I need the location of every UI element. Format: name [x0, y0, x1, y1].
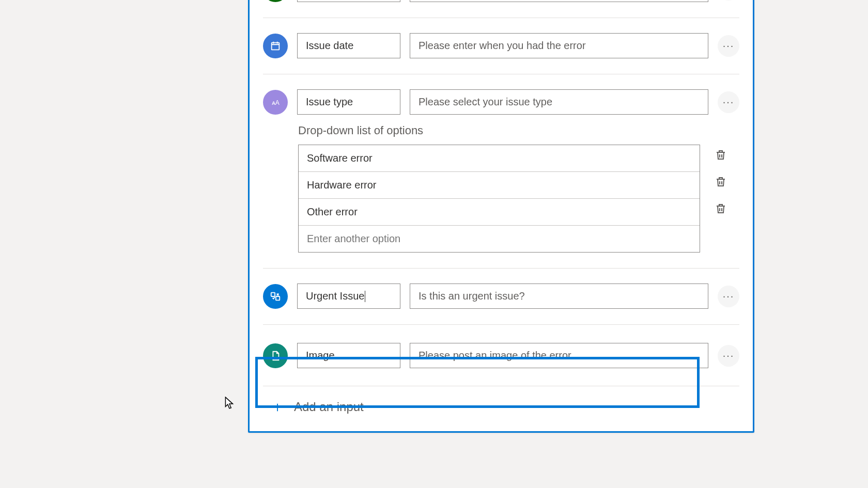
cursor-icon [225, 397, 234, 410]
yesno-icon [263, 284, 288, 309]
date-desc-input[interactable] [410, 33, 708, 58]
dropdown-option-add[interactable] [299, 226, 700, 252]
date-more-button[interactable]: ··· [718, 35, 739, 57]
urgent-name-input[interactable]: Urgent Issue [297, 284, 400, 309]
type-desc-input[interactable] [410, 89, 708, 115]
urgent-more-button[interactable]: ··· [718, 286, 739, 307]
input-row-email: ··· [250, 0, 753, 18]
date-name-input[interactable] [297, 33, 400, 58]
svg-text:ᴀA: ᴀA [272, 99, 280, 106]
add-input-button[interactable]: ＋ Add an input [250, 386, 753, 422]
dropdown-box [298, 145, 700, 253]
svg-rect-1 [272, 42, 280, 50]
input-row-type: ᴀA ··· [250, 74, 753, 124]
image-desc-input[interactable] [410, 343, 708, 368]
delete-option-1-icon[interactable] [715, 176, 727, 188]
delete-option-0-icon[interactable] [715, 149, 727, 161]
type-more-button[interactable]: ··· [718, 91, 739, 113]
dropdown-options-section: Drop-down list of options [250, 124, 753, 268]
email-name-input[interactable] [297, 0, 400, 2]
svg-rect-3 [271, 292, 275, 296]
input-row-urgent: Urgent Issue ··· [250, 268, 753, 324]
email-more-button[interactable]: ··· [718, 0, 739, 1]
calendar-icon [263, 34, 288, 58]
type-name-input[interactable] [297, 89, 400, 115]
trigger-card: ··· ··· ᴀA ··· Drop-down list of options [248, 0, 754, 433]
email-icon [263, 0, 288, 2]
image-more-button[interactable]: ··· [718, 345, 739, 367]
dropdown-option-0[interactable] [299, 145, 700, 171]
image-name-input[interactable] [297, 343, 400, 368]
input-row-image: ··· [250, 324, 753, 386]
dropdown-label: Drop-down list of options [298, 124, 739, 137]
dropdown-option-2[interactable] [299, 199, 700, 225]
dropdown-option-1[interactable] [299, 172, 700, 198]
add-input-label: Add an input [294, 400, 364, 414]
input-row-date: ··· [250, 18, 753, 74]
file-icon [263, 343, 288, 368]
svg-rect-4 [276, 296, 280, 300]
text-icon: ᴀA [263, 90, 288, 115]
email-desc-input[interactable] [410, 0, 708, 2]
urgent-desc-input[interactable] [410, 284, 708, 309]
delete-option-2-icon[interactable] [715, 202, 727, 215]
plus-icon: ＋ [270, 397, 285, 417]
